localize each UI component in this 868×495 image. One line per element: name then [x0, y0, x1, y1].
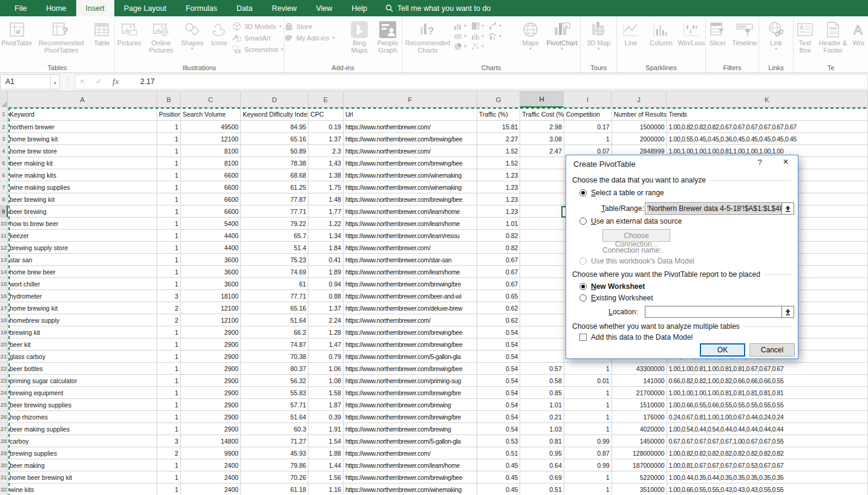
cell[interactable]: 1 — [564, 133, 612, 145]
cell[interactable]: 5220000 — [612, 471, 667, 484]
cell[interactable]: 1 — [157, 181, 181, 193]
cell[interactable]: how to brew beer — [8, 218, 157, 230]
cell[interactable]: 1.06 — [308, 363, 344, 375]
cell[interactable]: https://www.northernbrewer.com/5-gallon-… — [344, 351, 477, 363]
cell[interactable]: 77.71 — [241, 290, 308, 302]
cell[interactable]: 2900 — [181, 399, 241, 411]
cell[interactable]: 1 — [157, 230, 181, 242]
cell[interactable]: wine making kits — [8, 169, 157, 181]
cell[interactable]: 6600 — [181, 205, 241, 218]
cell[interactable]: 0.69 — [520, 471, 564, 484]
cell[interactable]: 1.23 — [477, 181, 521, 193]
formula-input-area[interactable] — [75, 74, 868, 89]
cell[interactable]: 1.00,0.82,0.82,0.82,0.82,0.82,0.82,0.82,… — [667, 447, 868, 459]
cell[interactable]: https://www.northernbrewer.com/learn/hom… — [344, 266, 477, 278]
cell[interactable]: glass carboy — [8, 351, 157, 363]
cell[interactable]: 12100 — [181, 302, 241, 314]
link-button[interactable]: Link ▾ — [763, 18, 789, 62]
cell[interactable]: 0.24,0.67,0.81,1.00,1.00,0.67,0.44,0.24,… — [667, 411, 868, 423]
3d-models-button[interactable]: 3D Models ▾ — [232, 22, 284, 31]
cell[interactable]: 1 — [157, 411, 181, 423]
icons-button[interactable]: Icons — [207, 18, 231, 62]
cell[interactable]: 1 — [157, 254, 181, 266]
cell[interactable]: 1.84 — [308, 242, 344, 254]
cell[interactable]: 1.23 — [477, 193, 521, 205]
cell[interactable]: 1 — [157, 218, 181, 230]
cell[interactable]: 2 — [157, 302, 181, 314]
cell[interactable]: https://www.northernbrewer.com/brewing/b… — [344, 326, 477, 338]
cell[interactable]: brewing kit — [8, 326, 157, 338]
cell[interactable]: 0.54 — [477, 423, 521, 435]
cell[interactable]: 0.01 — [564, 375, 612, 387]
cell[interactable]: 1 — [157, 423, 181, 435]
cell[interactable]: beer making — [8, 459, 157, 471]
radio-existing-worksheet[interactable]: Existing Worksheet — [579, 294, 653, 302]
row-number[interactable]: 21 — [0, 351, 8, 363]
column-header-E[interactable]: E — [308, 91, 343, 108]
column-header-B[interactable]: B — [157, 91, 181, 108]
tab-page-layout[interactable]: Page Layout — [114, 0, 176, 16]
row-number[interactable]: 24 — [0, 387, 8, 399]
cell[interactable]: 2.47 — [520, 145, 564, 157]
cell[interactable]: 3 — [157, 435, 181, 447]
recommended-charts-button[interactable]: ? Recommended Charts — [403, 18, 452, 62]
cell[interactable]: 1 — [564, 387, 612, 399]
row-number[interactable]: 8 — [0, 193, 8, 205]
screenshot-button[interactable]: Screenshot ▾ — [232, 45, 284, 54]
header-footer-button[interactable]: Header & Footer — [818, 18, 848, 62]
cell[interactable]: 74.69 — [241, 266, 308, 278]
cell[interactable]: 1.22 — [308, 218, 344, 230]
tab-formulas[interactable]: Formulas — [176, 0, 227, 16]
insert-statistic-chart-button[interactable]: ▾ — [471, 32, 484, 40]
cell[interactable]: 2.24 — [308, 314, 344, 326]
tab-help[interactable]: Help — [342, 0, 377, 16]
pictures-button[interactable]: Pictures — [115, 18, 143, 62]
cell[interactable]: 1.23 — [477, 205, 521, 218]
row-number[interactable]: 28 — [0, 435, 8, 447]
cell[interactable]: wine kits — [8, 484, 157, 495]
row-number[interactable]: 2 — [0, 121, 8, 133]
smartart-button[interactable]: SmartArt — [232, 33, 284, 42]
timeline-button[interactable]: Timeline — [731, 18, 759, 62]
cell[interactable]: 2000000 — [612, 133, 667, 145]
cell[interactable]: https://www.northernbrewer.com/winemakin… — [344, 169, 477, 181]
location-input[interactable] — [645, 306, 782, 318]
row-number[interactable]: 11 — [0, 230, 8, 242]
cell[interactable]: 1 — [564, 399, 612, 411]
cell[interactable]: 1 — [157, 145, 181, 157]
cell[interactable]: carboy — [8, 435, 157, 447]
cell[interactable]: 0.19 — [308, 121, 344, 133]
cell[interactable]: 70.38 — [241, 351, 308, 363]
cell[interactable]: 0.82 — [477, 242, 521, 254]
row-number[interactable]: 19 — [0, 326, 8, 338]
tab-view[interactable]: View — [306, 0, 342, 16]
cell[interactable]: hydrometer — [8, 290, 157, 302]
cell[interactable]: 79.86 — [241, 459, 308, 471]
cell[interactable]: 5400 — [181, 218, 241, 230]
cell[interactable]: https://www.northernbrewer.com/brewing/b… — [344, 278, 477, 290]
cell[interactable]: https://www.northernbrewer.com/deluxe-br… — [344, 302, 477, 314]
cell[interactable]: 1.23 — [477, 169, 521, 181]
cell[interactable]: 0.94 — [308, 278, 344, 290]
cell[interactable]: beer brewing kit — [8, 193, 157, 205]
cell[interactable]: 61.25 — [241, 181, 308, 193]
cell[interactable]: 0.45 — [477, 471, 521, 484]
cell[interactable]: 0.57 — [520, 363, 564, 375]
cell[interactable]: 0.82 — [477, 230, 521, 242]
cell[interactable]: 0.54 — [477, 363, 521, 375]
cell[interactable]: https://www.northernbrewer.com/ — [344, 121, 477, 133]
cell[interactable]: 12100 — [181, 314, 241, 326]
formula-bar-grip[interactable]: ⋮ — [64, 78, 71, 86]
cell[interactable]: 0.53 — [477, 435, 521, 447]
cell[interactable]: 1.00,0.82,0.82,0.82,0.67,0.67,0.67,0.67,… — [667, 121, 868, 133]
cell[interactable]: 2900 — [181, 351, 241, 363]
cell[interactable]: 74.87 — [241, 338, 308, 351]
row-number[interactable]: 3 — [0, 133, 8, 145]
cell[interactable]: 1.88 — [308, 447, 344, 459]
cell[interactable]: 0.62 — [477, 314, 521, 326]
row-number[interactable]: 10 — [0, 218, 8, 230]
cell[interactable]: 1 — [157, 351, 181, 363]
cell[interactable]: 1 — [564, 411, 612, 423]
cell[interactable]: https://www.northernbrewer.com/winemakin… — [344, 484, 477, 495]
cell[interactable]: 1 — [564, 363, 612, 375]
